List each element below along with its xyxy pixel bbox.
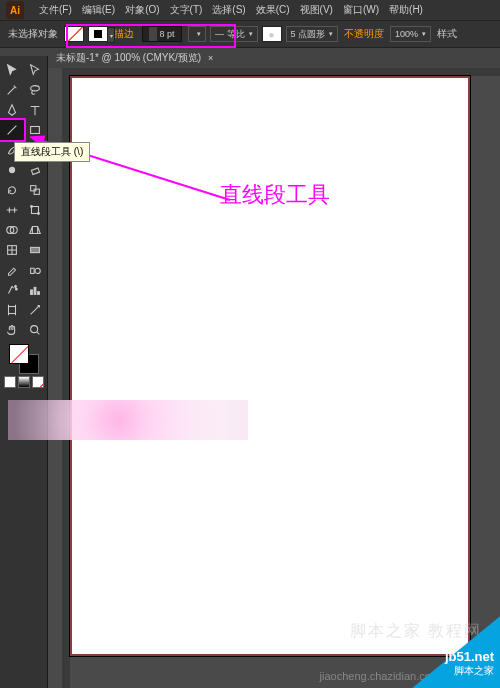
svg-rect-17 [31,290,33,294]
shape-builder-tool[interactable] [0,220,24,240]
stroke-weight-dropdown[interactable]: ▾ [188,26,206,42]
svg-point-16 [15,288,17,290]
svg-rect-12 [31,247,40,252]
brush-value: 5 点圆形 [291,28,326,41]
badge-sub: 脚本之家 [445,664,494,678]
artboard-canvas[interactable] [70,76,470,656]
zoom-tool[interactable] [24,320,48,340]
work-area [48,68,500,688]
svg-rect-18 [34,287,36,294]
menu-type[interactable]: 文字(T) [165,3,208,17]
opacity-value: 100% [395,29,418,39]
ruler-horizontal[interactable] [70,68,500,76]
line-segment-tool[interactable] [0,120,24,140]
gradient-mode-swatch[interactable] [18,376,30,388]
selection-status-label: 未选择对象 [8,27,58,41]
opacity-field[interactable]: 100%▾ [390,26,431,42]
app-logo-icon: Ai [6,1,24,19]
artboard-tool[interactable] [0,300,24,320]
menu-window[interactable]: 窗口(W) [338,3,384,17]
rectangle-tool[interactable] [24,120,48,140]
selection-tool[interactable] [0,60,24,80]
none-mode-swatch[interactable] [32,376,44,388]
menu-bar: Ai 文件(F) 编辑(E) 对象(O) 文字(T) 选择(S) 效果(C) 视… [0,0,500,20]
blob-brush-tool[interactable] [0,160,24,180]
badge-main: jb51.net [445,649,494,664]
pen-tool[interactable] [0,100,24,120]
slice-tool[interactable] [24,300,48,320]
gradient-tool[interactable] [24,240,48,260]
fill-swatch[interactable]: ▾ [64,26,84,42]
tutorial-annotation-label: 直线段工具 [220,180,330,210]
direct-selection-tool[interactable] [24,60,48,80]
free-transform-tool[interactable] [24,200,48,220]
scale-tool[interactable] [24,180,48,200]
svg-rect-4 [31,186,36,191]
svg-rect-6 [32,207,39,214]
lasso-tool[interactable] [24,80,48,100]
svg-point-21 [31,326,38,333]
svg-point-14 [35,268,40,273]
svg-rect-19 [38,292,40,295]
stroke-swatch[interactable]: ▾ [88,26,108,42]
svg-rect-13 [31,268,35,273]
stroke-weight-field[interactable]: 8 pt [142,26,182,42]
color-mode-swatch[interactable] [4,376,16,388]
chevron-down-icon: ▾ [197,30,201,38]
close-tab-icon[interactable]: × [208,53,213,63]
menu-object[interactable]: 对象(O) [120,3,164,17]
brush-definition[interactable]: 5 点圆形▾ [286,26,339,42]
svg-rect-5 [34,189,39,194]
tool-tooltip: 直线段工具 (\) [14,142,90,162]
document-tab-title: 未标题-1* @ 100% (CMYK/预览) [56,52,201,63]
width-tool[interactable] [0,200,24,220]
brush-swatch[interactable]: ● [262,26,282,42]
svg-point-8 [38,213,40,215]
stroke-weight-value: 8 pt [159,29,174,39]
perspective-grid-tool[interactable] [24,220,48,240]
fill-dropdown-icon[interactable]: ▾ [83,27,84,42]
fill-stroke-indicator[interactable] [9,344,39,374]
stroke-dropdown-icon[interactable]: ▾ [107,27,115,43]
mesh-tool[interactable] [0,240,24,260]
menu-edit[interactable]: 编辑(E) [77,3,120,17]
svg-point-2 [9,167,14,172]
decorative-overlay [8,400,248,440]
variable-width-profile[interactable]: — 等比▾ [210,26,258,42]
svg-rect-20 [8,307,15,314]
variable-width-value: — 等比 [215,28,245,41]
symbol-sprayer-tool[interactable] [0,280,24,300]
eyedropper-tool[interactable] [0,260,24,280]
badge-text: jb51.net 脚本之家 [445,649,494,678]
svg-point-15 [14,286,16,288]
style-label[interactable]: 样式 [437,27,457,41]
menu-effect[interactable]: 效果(C) [251,3,295,17]
control-bar: 未选择对象 ▾ ▾ 描边 8 pt ▾ — 等比▾ ● 5 点圆形▾ 不透明度 … [0,20,500,48]
document-tab-row: 未标题-1* @ 100% (CMYK/预览) × [0,48,500,68]
type-tool[interactable] [24,100,48,120]
eraser-tool[interactable] [24,160,48,180]
svg-rect-1 [31,127,40,134]
menu-select[interactable]: 选择(S) [207,3,250,17]
column-graph-tool[interactable] [24,280,48,300]
svg-rect-3 [32,168,40,175]
fill-color-swatch[interactable] [9,344,29,364]
menu-help[interactable]: 帮助(H) [384,3,428,17]
hand-tool[interactable] [0,320,24,340]
chevron-down-icon: ▾ [422,30,426,38]
rotate-tool[interactable] [0,180,24,200]
svg-point-0 [31,86,40,91]
chevron-down-icon: ▾ [249,30,253,38]
document-tab[interactable]: 未标题-1* @ 100% (CMYK/预览) × [50,51,219,65]
corner-badge: jb51.net 脚本之家 [400,608,500,688]
stroke-label[interactable]: 描边 [114,27,134,41]
menu-file[interactable]: 文件(F) [34,3,77,17]
magic-wand-tool[interactable] [0,80,24,100]
color-swatches [0,344,47,388]
svg-point-7 [31,206,33,208]
opacity-label[interactable]: 不透明度 [344,27,384,41]
blend-tool[interactable] [24,260,48,280]
menu-view[interactable]: 视图(V) [295,3,338,17]
spinner-icon[interactable] [149,27,157,41]
chevron-down-icon: ▾ [329,30,333,38]
